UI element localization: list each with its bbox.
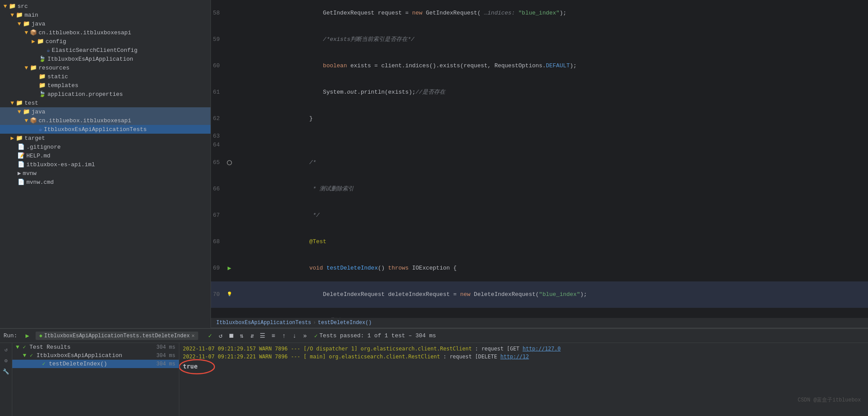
bulb-gutter-70[interactable]: 💡: [225, 290, 234, 299]
iml-icon: 📄: [18, 161, 25, 168]
line-code-64: [234, 141, 868, 150]
code-line-63: 63: [211, 132, 868, 141]
app-label: ItbluxboxEsApiApplication: [36, 352, 122, 359]
tree-item-static[interactable]: 📁 static: [0, 72, 211, 81]
run-left-icon-3[interactable]: 🔧: [1, 367, 11, 376]
folder-target-icon: 📁: [16, 135, 23, 142]
tree-label-properties: application.properties: [47, 91, 123, 98]
expand-icon-app: ▼: [23, 352, 26, 359]
breadcrumb-method: testDeleteIndex(): [318, 320, 371, 326]
run-button[interactable]: ▶: [22, 331, 32, 341]
line-num-61: 61: [211, 88, 225, 97]
run-gutter-69[interactable]: ▶: [225, 264, 234, 273]
run-tab-close[interactable]: ✕: [192, 332, 195, 339]
delete-check: ✓: [42, 361, 45, 367]
code-view[interactable]: 58 GetIndexRequest request = new GetInde…: [211, 0, 868, 318]
expand-icon: ▼: [16, 344, 19, 350]
folder-test-icon: 📁: [16, 99, 23, 106]
folder-icon: ▼: [4, 3, 7, 10]
line-code-68: @Test: [234, 229, 868, 255]
toolbar-icons: ✓ ↺ ⏹ ⇅ ⇵ ☰ ≡ ↑ ↓ » ✓ Tests passed: 1 of…: [205, 331, 436, 341]
config-icon: ☕: [47, 47, 50, 54]
console-output[interactable]: 2022-11-07 09:21:29.157 WARN 7896 --- [/…: [179, 343, 868, 416]
sort-button[interactable]: ⇅: [237, 331, 247, 341]
run-tab-bar: Run: ▶ ◆ ItbluxboxEsApiApplicationTests.…: [0, 329, 868, 343]
tree-item-templates[interactable]: 📁 templates: [0, 81, 211, 90]
line-num-69: 69: [211, 264, 225, 273]
mvnw-cmd-icon: 📄: [18, 179, 25, 186]
tree-item-target[interactable]: ▶ 📁 target: [0, 134, 211, 142]
header-check: ✓: [23, 344, 26, 350]
spring-icon: 🍃: [39, 55, 46, 62]
pass-icon: ✓: [205, 331, 215, 341]
folder-resources-icon: 📁: [30, 64, 37, 71]
run-left-icon-2[interactable]: ⚙: [1, 356, 11, 365]
editor-area: 58 GetIndexRequest request = new GetInde…: [211, 0, 868, 328]
tree-item-config[interactable]: ▶ 📁 config: [0, 37, 211, 46]
tree-item-main[interactable]: ▼ 📁 main: [0, 11, 211, 19]
test-delete-row[interactable]: ✓ testDeleteIndex() 304 ms: [12, 360, 179, 368]
tree-item-mvnw[interactable]: ▶ mvnw: [0, 169, 211, 178]
code-line-62: 62 }: [211, 106, 868, 132]
sort-rev-button[interactable]: ⇵: [247, 331, 257, 341]
more-button[interactable]: »: [300, 331, 310, 341]
md-icon: 📝: [18, 152, 25, 159]
run-panel-content: ↺ ⚙ 🔧 ▼ ✓ Test Results 304 ms ▼ ✓ Itblux…: [0, 343, 868, 416]
line-num-67: 67: [211, 211, 225, 220]
delete-label: testDeleteIndex(): [49, 361, 107, 367]
run-tab-indicator: ◆: [39, 332, 42, 339]
tree-item-package-test[interactable]: ▼ 📦 cn.itbluebox.itbluxboxesapi: [0, 116, 211, 125]
tree-item-test[interactable]: ▼ 📁 test: [0, 99, 211, 107]
line-code-67: */: [234, 202, 868, 229]
tree-item-java-test[interactable]: ▼ 📁 java: [0, 107, 211, 116]
align-button[interactable]: ☰: [258, 331, 268, 341]
tree-item-tests-file[interactable]: ☕ ItbluxboxEsApiApplicationTests: [0, 125, 211, 134]
down-button[interactable]: ↓: [290, 331, 299, 341]
run-left-icon-1[interactable]: ↺: [1, 345, 11, 354]
run-tab[interactable]: ◆ ItbluxboxEsApiApplicationTests.testDel…: [36, 332, 198, 340]
tree-item-properties[interactable]: 🍃 application.properties: [0, 90, 211, 99]
breadcrumb-sep: ›: [313, 320, 316, 326]
tree-label-src: src: [18, 3, 28, 10]
code-line-66: 66 * 测试删除索引: [211, 176, 868, 202]
line-num-58: 58: [211, 9, 225, 18]
tree-label-java: java: [32, 21, 45, 27]
console-link-1[interactable]: http://127.0: [523, 346, 561, 352]
folder-icon: ▼: [18, 21, 21, 27]
folder-templates-icon: 📁: [39, 82, 46, 89]
code-line-67: 67 */: [211, 202, 868, 229]
console-line-1: 2022-11-07 09:21:29.157 WARN 7896 --- [/…: [183, 345, 864, 353]
tree-label-test: test: [25, 100, 38, 106]
tree-label-main: main: [25, 12, 38, 18]
tree-item-elastic-config[interactable]: ☕ ElasticSearchClientConfig: [0, 46, 211, 55]
tree-label-tests-file: ItbluxboxEsApiApplicationTests: [44, 126, 147, 133]
up-button[interactable]: ↑: [279, 331, 289, 341]
tree-item-app[interactable]: 🍃 ItbluxboxEsApiApplication: [0, 55, 211, 63]
rerun-button[interactable]: ↺: [216, 331, 225, 341]
code-line-58: 58 GetIndexRequest request = new GetInde…: [211, 0, 868, 26]
app-duration: 304 ms: [156, 353, 175, 359]
tree-item-gitignore[interactable]: 📄 .gitignore: [0, 142, 211, 151]
svg-point-0: [227, 161, 232, 165]
stop-button[interactable]: ⏹: [226, 331, 236, 341]
code-line-68: 68 @Test: [211, 229, 868, 255]
console-link-2[interactable]: http://12: [500, 354, 529, 360]
tree-label-resources: resources: [39, 65, 69, 71]
tree-label-templates: templates: [47, 82, 78, 89]
tree-item-src[interactable]: ▼ 📁 src: [0, 2, 211, 11]
tree-item-help[interactable]: 📝 HELP.md: [0, 151, 211, 160]
align2-button[interactable]: ≡: [269, 331, 278, 341]
test-results-header[interactable]: ▼ ✓ Test Results 304 ms: [12, 343, 179, 351]
line-num-63: 63: [211, 132, 225, 141]
file-tree: ▼ 📁 src ▼ 📁 main ▼ 📁 java ▼ 📦 cn.itblueb…: [0, 0, 211, 328]
tree-item-mvnw-cmd[interactable]: 📄 mvnw.cmd: [0, 178, 211, 186]
tree-label-mvnw: mvnw: [23, 170, 36, 177]
line-num-70: 70: [211, 290, 225, 299]
tree-item-resources[interactable]: ▼ 📁 resources: [0, 63, 211, 72]
tree-item-java[interactable]: ▼ 📁 java: [0, 19, 211, 28]
code-line-64: 64: [211, 141, 868, 150]
code-line-61: 61 System.out.println(exists);//是否存在: [211, 79, 868, 106]
tree-item-package[interactable]: ▼ 📦 cn.itbluebox.itbluxboxesapi: [0, 28, 211, 37]
tree-item-iml[interactable]: 📄 itbluxbox-es-api.iml: [0, 160, 211, 169]
test-app-row[interactable]: ▼ ✓ ItbluxboxEsApiApplication 304 ms: [12, 351, 179, 360]
